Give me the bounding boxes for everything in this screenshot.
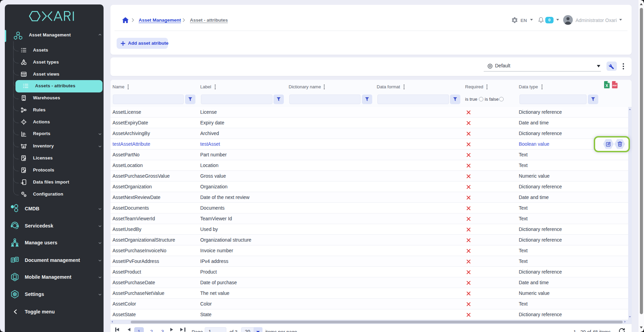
svg-text:PDF: PDF	[613, 84, 617, 87]
svg-text:X: X	[605, 84, 608, 88]
